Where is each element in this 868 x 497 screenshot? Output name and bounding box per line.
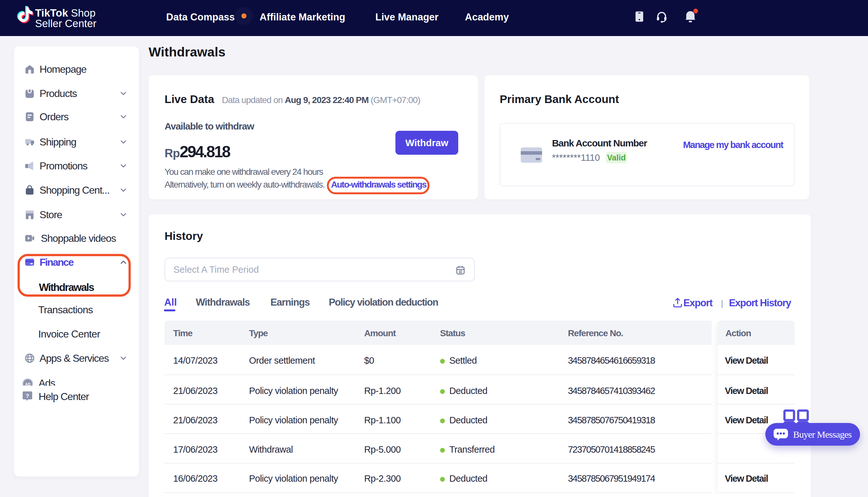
- svg-text:AD: AD: [25, 382, 31, 386]
- svg-text:?: ?: [26, 393, 29, 399]
